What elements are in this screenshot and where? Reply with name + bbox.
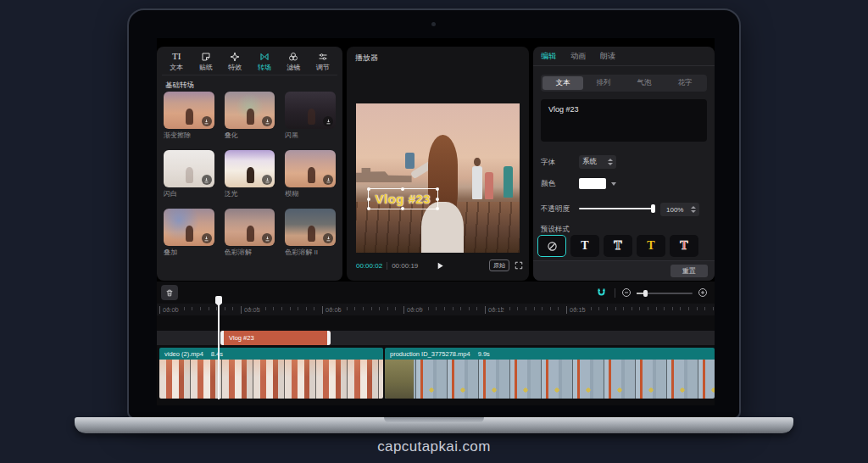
text-selection-box[interactable]: Vlog #23 xyxy=(368,188,439,209)
play-button[interactable] xyxy=(435,261,444,271)
transition-item: 闪白 xyxy=(164,150,214,198)
video-track: video (2).mp4 8.4s production ID_3775278… xyxy=(157,348,715,399)
text-subtabs: 文本 排列 气泡 花字 xyxy=(541,75,707,92)
ruler-label: 00:12 xyxy=(485,306,504,314)
opacity-value: 100% xyxy=(666,206,683,214)
transition-thumbnail[interactable] xyxy=(164,150,214,187)
selection-handle[interactable] xyxy=(367,207,370,210)
download-icon xyxy=(202,233,212,243)
preset-white-text[interactable]: T xyxy=(570,235,599,257)
timeline-zoom-slider[interactable] xyxy=(637,293,693,294)
tab-read-aloud[interactable]: 朗读 xyxy=(600,51,615,62)
timeline-ruler[interactable]: 00:00 00:03 00:06 00:09 00:12 00:15 xyxy=(157,304,715,315)
preset-outline-text[interactable]: T xyxy=(604,235,632,257)
transition-thumbnail[interactable] xyxy=(285,150,336,187)
text-clip-label: Vlog #23 xyxy=(229,334,254,342)
tool-sticker[interactable]: 贴纸 xyxy=(192,48,221,75)
ruler-label: 00:09 xyxy=(403,306,423,314)
player-panel: 播放器 Vlog #23 xyxy=(347,47,529,281)
stepper-arrows-icon[interactable] xyxy=(608,159,613,165)
transition-thumbnail[interactable] xyxy=(285,209,336,246)
transition-thumbnail[interactable] xyxy=(225,92,275,129)
stepper-arrows-icon[interactable] xyxy=(691,206,696,213)
transitions-grid: 渐变擦除 叠化 闪黑 闪白 xyxy=(164,92,336,257)
transition-thumbnail[interactable] xyxy=(164,92,214,129)
preset-yellow-text[interactable]: T xyxy=(637,235,665,257)
download-icon xyxy=(323,116,333,126)
opacity-slider[interactable] xyxy=(579,208,654,209)
silhouette-figure xyxy=(308,109,315,125)
transition-thumbnail[interactable] xyxy=(225,209,275,246)
selection-handle[interactable] xyxy=(401,187,404,191)
transition-thumbnail[interactable] xyxy=(285,92,336,129)
transition-item: 模糊 xyxy=(285,150,336,198)
subtab-fancy-text[interactable]: 花字 xyxy=(665,76,705,90)
delete-button[interactable] xyxy=(161,285,178,300)
selection-handle[interactable] xyxy=(367,198,370,201)
download-icon xyxy=(323,175,333,185)
transitions-panel: TI 文本 贴纸 特效 xyxy=(157,47,342,281)
opacity-value-box[interactable]: 100% xyxy=(660,203,699,216)
clip-filename: video (2).mp4 xyxy=(164,350,203,358)
site-watermark: capcutapkai.com xyxy=(0,438,868,455)
fullscreen-icon[interactable] xyxy=(515,261,523,270)
clip-filename: production ID_3775278.mp4 xyxy=(390,350,470,358)
transition-thumbnail[interactable] xyxy=(164,209,214,246)
snap-magnet-icon[interactable] xyxy=(596,287,607,298)
selection-handle[interactable] xyxy=(367,187,370,191)
tab-animation[interactable]: 动画 xyxy=(570,51,586,62)
original-ratio-button[interactable]: 原始 xyxy=(489,259,509,271)
zoom-out-icon[interactable] xyxy=(621,287,632,298)
silhouette-figure xyxy=(308,167,315,183)
text-icon: TI xyxy=(172,51,181,62)
divider xyxy=(533,65,715,66)
current-time: 00:00:02 xyxy=(356,262,382,270)
text-clip[interactable]: Vlog #23 xyxy=(220,331,331,345)
inspector-tabs: 编辑 动画 朗读 xyxy=(541,51,615,62)
tool-text[interactable]: TI 文本 xyxy=(162,48,192,75)
zoom-in-icon[interactable] xyxy=(698,287,708,298)
tool-effects[interactable]: 特效 xyxy=(220,48,250,75)
ruler-label: 00:00 xyxy=(159,306,179,314)
color-swatch[interactable] xyxy=(579,178,606,189)
subtab-bubble[interactable]: 气泡 xyxy=(624,76,665,90)
playhead[interactable] xyxy=(214,296,223,399)
subtab-text[interactable]: 文本 xyxy=(542,76,583,90)
player-controls: 00:00:02 00:00:19 原始 xyxy=(356,258,523,273)
silhouette-figure xyxy=(186,109,193,125)
tool-filters[interactable]: 滤镜 xyxy=(279,48,309,75)
preset-none[interactable] xyxy=(537,235,566,257)
video-preview[interactable]: Vlog #23 xyxy=(356,103,520,253)
divider xyxy=(615,288,615,298)
color-picker[interactable] xyxy=(579,178,616,189)
font-select[interactable]: 系统 xyxy=(579,155,616,169)
transition-item: 泛光 xyxy=(225,150,275,198)
ruler-label: 00:03 xyxy=(241,306,260,314)
subtab-arrange[interactable]: 排列 xyxy=(583,76,624,90)
background-person xyxy=(485,172,493,199)
subject-phone xyxy=(405,153,415,169)
video-clip-header: production ID_3775278.mp4 9.9s xyxy=(385,348,715,360)
video-clip-1[interactable]: video (2).mp4 8.4s xyxy=(159,348,383,399)
tool-adjust[interactable]: 调节 xyxy=(309,48,338,75)
tab-edit[interactable]: 编辑 xyxy=(541,51,556,62)
preset-red-text[interactable]: T xyxy=(670,235,698,257)
transition-item: 色彩溶解 xyxy=(225,209,275,257)
selection-handle[interactable] xyxy=(436,198,439,201)
background-buildings xyxy=(356,165,412,182)
transition-item: 叠加 xyxy=(164,209,214,257)
text-content-input[interactable]: Vlog #23 xyxy=(541,99,707,142)
silhouette-figure xyxy=(308,226,315,242)
inspector-footer: 重置 xyxy=(533,260,715,281)
transition-thumbnail[interactable] xyxy=(225,150,275,187)
zoom-slider-handle[interactable] xyxy=(643,290,648,297)
ruler-label: 00:15 xyxy=(566,306,586,314)
tool-transitions[interactable]: 转场 xyxy=(250,48,280,75)
video-clip-2[interactable]: production ID_3775278.mp4 9.9s xyxy=(385,348,715,399)
download-icon xyxy=(202,116,212,126)
text-track: Vlog #23 xyxy=(157,331,715,345)
reset-button[interactable]: 重置 xyxy=(670,265,708,277)
opacity-slider-handle[interactable] xyxy=(651,204,655,213)
ruler-label: 00:06 xyxy=(322,306,342,314)
silhouette-figure xyxy=(247,167,254,183)
